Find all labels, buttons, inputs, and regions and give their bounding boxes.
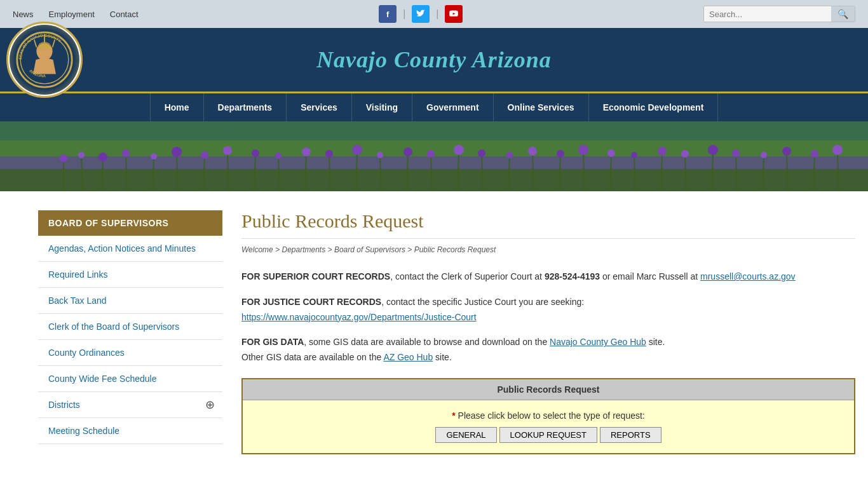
sidebar-back-tax-link[interactable]: Back Tax Land: [38, 288, 222, 313]
nav-departments[interactable]: Departments: [204, 93, 287, 121]
sidebar-clerk-link[interactable]: Clerk of the Board of Supervisors: [38, 314, 222, 339]
svg-point-26: [252, 149, 259, 157]
svg-point-24: [223, 146, 232, 155]
svg-point-72: [832, 145, 843, 155]
svg-point-46: [506, 152, 513, 158]
page-title: Public Records Request: [241, 210, 855, 239]
sidebar-districts-link[interactable]: Districts: [38, 392, 198, 417]
search-area: 🔍: [703, 6, 855, 22]
svg-point-60: [681, 150, 689, 158]
svg-point-22: [201, 151, 208, 159]
svg-rect-8: [0, 169, 868, 191]
breadcrumb-current: Public Records Request: [414, 245, 496, 254]
top-nav-links: News Employment Contact: [13, 10, 139, 19]
site-header: SEAL OF NAVAJO COUNTY ARIZONA Navajo Cou…: [0, 28, 868, 92]
svg-point-68: [782, 147, 791, 156]
breadcrumb-sep1: >: [275, 245, 281, 254]
nav-economic-development[interactable]: Economic Development: [589, 93, 719, 121]
nav-services[interactable]: Services: [287, 93, 352, 121]
svg-point-36: [377, 152, 383, 158]
svg-point-52: [578, 145, 588, 155]
sidebar-item-meeting: Meeting Schedule: [38, 418, 222, 444]
breadcrumb-board[interactable]: Board of Supervisors: [334, 245, 405, 254]
breadcrumb-welcome[interactable]: Welcome: [241, 245, 273, 254]
general-button[interactable]: GENERAL: [435, 427, 496, 443]
sidebar: BOARD OF SUPERVISORS Agendas, Action Not…: [38, 210, 222, 454]
twitter-icon[interactable]: [412, 5, 430, 23]
svg-point-48: [528, 147, 537, 156]
superior-court-paragraph: FOR SUPERIOR COURT RECORDS, contact the …: [241, 269, 855, 285]
gis-label: FOR GIS DATA: [241, 337, 304, 347]
justice-court-label: FOR JUSTICE COURT RECORDS: [241, 297, 381, 307]
svg-point-30: [302, 147, 311, 156]
news-link[interactable]: News: [13, 10, 34, 19]
sidebar-item-fee-schedule: County Wide Fee Schedule: [38, 366, 222, 392]
geo-hub-link[interactable]: Navajo County Geo Hub: [550, 337, 646, 347]
sidebar-required-links-link[interactable]: Required Links: [38, 262, 222, 287]
social-icons: f | |: [379, 5, 463, 23]
public-records-form: Public Records Request * Please click be…: [241, 378, 855, 454]
breadcrumb: Welcome > Departments > Board of Supervi…: [241, 245, 855, 254]
required-star: *: [452, 410, 455, 421]
nav-online-services[interactable]: Online Services: [494, 93, 589, 121]
gis-paragraph: FOR GIS DATA, some GIS data are availabl…: [241, 335, 855, 365]
form-buttons: GENERAL LOOKUP REQUEST REPORTS: [253, 427, 844, 443]
svg-point-42: [454, 145, 464, 155]
employment-link[interactable]: Employment: [49, 10, 95, 19]
nav-government[interactable]: Government: [412, 93, 493, 121]
az-geo-hub-link[interactable]: AZ Geo Hub: [383, 352, 433, 362]
svg-point-64: [732, 149, 740, 157]
contact-link[interactable]: Contact: [110, 10, 139, 19]
content-area: BOARD OF SUPERVISORS Agendas, Action Not…: [0, 191, 868, 473]
reports-button[interactable]: REPORTS: [600, 427, 661, 443]
sidebar-fee-schedule-link[interactable]: County Wide Fee Schedule: [38, 366, 222, 391]
logo-inner: SEAL OF NAVAJO COUNTY ARIZONA: [10, 25, 79, 95]
main-nav: Home Departments Services Visiting Gover…: [0, 92, 868, 121]
nav-visiting[interactable]: Visiting: [352, 93, 412, 121]
svg-point-16: [122, 149, 130, 157]
sidebar-title: BOARD OF SUPERVISORS: [38, 210, 222, 236]
svg-point-54: [607, 149, 615, 157]
sidebar-item-agendas: Agendas, Action Notices and Minutes: [38, 236, 222, 262]
svg-point-28: [275, 152, 281, 159]
search-button[interactable]: 🔍: [831, 6, 855, 22]
search-box: 🔍: [703, 6, 855, 22]
lookup-request-button[interactable]: LOOKUP REQUEST: [499, 427, 597, 443]
sidebar-item-required-links: Required Links: [38, 262, 222, 288]
superior-court-phone: 928-524-4193: [545, 271, 600, 281]
svg-point-32: [325, 150, 333, 158]
svg-point-40: [427, 150, 435, 158]
sidebar-meeting-link[interactable]: Meeting Schedule: [38, 418, 222, 444]
sidebar-agendas-link[interactable]: Agendas, Action Notices and Minutes: [38, 236, 222, 261]
sidebar-item-ordinances: County Ordinances: [38, 340, 222, 366]
superior-court-email[interactable]: mrussell@courts.az.gov: [700, 271, 796, 281]
svg-point-66: [761, 152, 767, 158]
breadcrumb-sep2: >: [328, 245, 334, 254]
svg-point-12: [78, 152, 85, 158]
superior-court-label: FOR SUPERIOR COURT RECORDS: [241, 271, 390, 281]
sep2: |: [436, 8, 438, 20]
svg-point-18: [151, 153, 157, 159]
justice-court-paragraph: FOR JUSTICE COURT RECORDS, contact the s…: [241, 295, 855, 325]
nav-home[interactable]: Home: [150, 93, 204, 121]
form-header: Public Records Request: [242, 379, 855, 400]
districts-expand-button[interactable]: ⊕: [198, 393, 222, 417]
form-body: * Please click below to select the type …: [242, 400, 855, 454]
main-content: Public Records Request Welcome > Departm…: [241, 210, 855, 454]
svg-point-14: [98, 152, 107, 161]
svg-point-38: [403, 147, 412, 156]
sidebar-ordinances-link[interactable]: County Ordinances: [38, 340, 222, 365]
sidebar-item-back-tax: Back Tax Land: [38, 288, 222, 314]
svg-point-20: [172, 147, 182, 157]
hero-image: [0, 121, 868, 191]
breadcrumb-departments[interactable]: Departments: [281, 245, 325, 254]
search-input[interactable]: [704, 7, 831, 22]
form-instruction: * Please click below to select the type …: [253, 410, 844, 421]
facebook-icon[interactable]: f: [379, 5, 397, 23]
sidebar-item-districts: Districts ⊕: [38, 392, 222, 418]
svg-point-58: [658, 147, 667, 156]
top-bar: News Employment Contact f | | 🔍: [0, 0, 868, 28]
instruction-text: Please click below to select the type of…: [458, 410, 645, 421]
justice-court-link[interactable]: https://www.navajocountyaz.gov/Departmen…: [241, 312, 477, 322]
youtube-icon[interactable]: [445, 5, 463, 23]
